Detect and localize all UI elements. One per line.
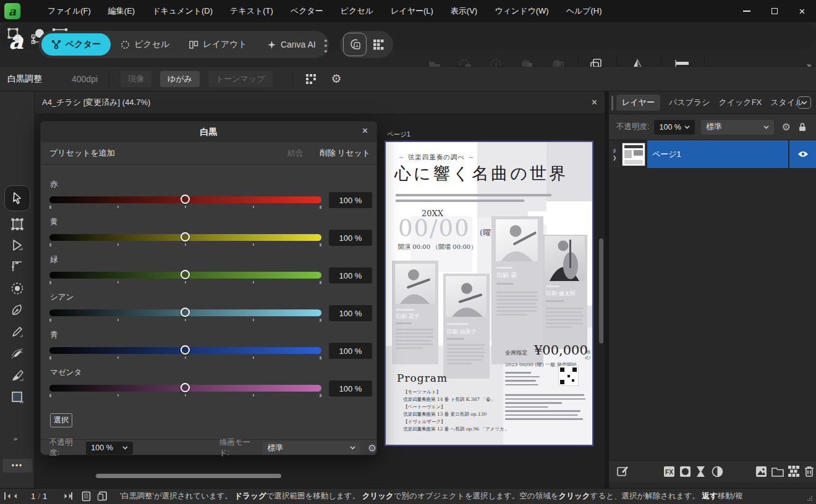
grid-apps-toggle[interactable] (367, 33, 390, 56)
document-tab-title[interactable]: A4_チラシ [変更済み] (44.7%) (42, 97, 150, 108)
next-page-icon[interactable]: ⏵ (64, 492, 67, 500)
slider-value-magenta[interactable]: 100 % (329, 380, 372, 397)
panel-splitter[interactable] (605, 91, 609, 488)
layers-gear-icon[interactable]: ⚙ (781, 121, 790, 133)
snapping-grid-icon[interactable] (304, 72, 318, 86)
menu-document[interactable]: ドキュメント(D) (145, 3, 220, 19)
menu-file[interactable]: ファイル(F) (40, 3, 98, 19)
artboard-tool[interactable] (9, 216, 26, 233)
dialog-gear-icon[interactable]: ⚙ (368, 442, 376, 454)
slider-track-magenta[interactable] (49, 385, 321, 392)
menu-view[interactable]: 表示(V) (443, 3, 485, 19)
layers-blend-dropdown[interactable]: 標準 (701, 120, 774, 135)
adjustment-halfcircle-icon[interactable] (712, 466, 723, 477)
document-tabbar[interactable]: A4_チラシ [変更済み] (44.7%) × (35, 91, 605, 114)
pencil-tool[interactable] (9, 323, 26, 340)
mask-icon[interactable] (679, 466, 691, 477)
slider-value-red[interactable]: 100 % (329, 192, 372, 208)
dialog-close-icon[interactable]: × (362, 125, 368, 136)
paint-brush-tool[interactable] (9, 367, 26, 384)
black-white-dialog[interactable]: 白黒 × プリセットを追加 結合 削除 リセット 赤 100 % 黄 100 %… (40, 121, 377, 455)
dialog-titlebar[interactable]: 白黒 × (41, 122, 376, 142)
last-page-icon[interactable]: ⏵ (69, 492, 75, 500)
point-transform-tool[interactable] (9, 280, 26, 297)
duplicate-page-icon[interactable] (97, 491, 108, 502)
pages-list-icon[interactable] (82, 491, 91, 502)
slider-value-yellow[interactable]: 100 % (329, 230, 372, 246)
layer-visibility-eye-icon[interactable] (789, 140, 816, 168)
edit-layer-icon[interactable] (616, 465, 629, 477)
layer-name-cell[interactable]: ページ1 (647, 140, 788, 168)
layer-row-gutter[interactable]: ♯❯ (609, 140, 620, 168)
menu-pixel[interactable]: ピクセル (333, 3, 381, 19)
new-group-folder-icon[interactable] (771, 466, 784, 477)
slider-track-red[interactable] (49, 196, 321, 203)
reset-button[interactable]: リセット (338, 148, 370, 159)
first-page-icon[interactable]: ⏴ (7, 492, 13, 500)
tools-more-chevrons[interactable]: » (14, 435, 17, 442)
settings-gear-icon[interactable]: ⚙ (331, 72, 342, 86)
slider-track-green[interactable] (49, 272, 321, 279)
slider-track-blue[interactable] (49, 347, 321, 354)
canvas-horizontal-scrollbar[interactable] (96, 474, 281, 478)
slider-value-blue[interactable]: 100 % (329, 343, 372, 359)
layer-thumbnail[interactable] (622, 143, 645, 166)
blend-mode-dropdown[interactable]: 標準 (263, 442, 360, 455)
menu-text[interactable]: テキスト(T) (223, 3, 281, 19)
add-preset-button[interactable]: プリセットを追加 (49, 148, 115, 159)
persona-tab-layout[interactable]: レイアウト (179, 33, 257, 56)
move-tool[interactable] (4, 185, 30, 211)
page-label[interactable]: ページ1 (387, 130, 410, 139)
persona-tab-vector[interactable]: ベクター (41, 33, 111, 56)
slider-track-cyan[interactable] (49, 309, 321, 316)
corner-tool[interactable] (9, 258, 26, 275)
persona-tab-pixel[interactable]: ピクセル (111, 33, 179, 56)
add-image-layer-icon[interactable] (755, 466, 767, 477)
panel-collapse-chevron-icon[interactable] (797, 96, 811, 109)
menu-window[interactable]: ウィンドウ(W) (487, 3, 556, 19)
slider-thumb[interactable] (181, 345, 190, 355)
layers-opacity-dropdown[interactable]: 100 % (654, 120, 695, 135)
auto-tool-toggle[interactable]: A (343, 33, 367, 56)
menu-vector[interactable]: ベクター (283, 3, 331, 19)
slider-value-green[interactable]: 100 % (329, 267, 372, 284)
pen-tool[interactable] (9, 301, 26, 319)
select-button[interactable]: 選択 (50, 413, 72, 427)
menu-layer[interactable]: レイヤー(L) (383, 3, 441, 19)
liquify-persona-button[interactable]: ゆがみ (160, 71, 200, 87)
tab-quick-fx[interactable]: クイックFX (718, 97, 762, 108)
tab-layers[interactable]: レイヤー (616, 94, 660, 111)
prev-page-icon[interactable]: ⏴ (14, 492, 18, 500)
panel-scroll-nub[interactable] (611, 96, 613, 111)
adjustment-hourglass-icon[interactable] (695, 466, 706, 477)
menu-edit[interactable]: 編集(E) (101, 3, 142, 19)
tab-path-brush[interactable]: パスブラシ (669, 97, 710, 108)
slider-thumb[interactable] (181, 232, 190, 242)
toolbar-overflow-dots[interactable]: ••• (322, 38, 329, 54)
minimize-button[interactable] (733, 0, 760, 22)
node-tool[interactable] (9, 237, 26, 254)
slider-thumb[interactable] (181, 383, 190, 392)
layers-lock-icon[interactable] (798, 122, 807, 132)
slider-value-cyan[interactable]: 100 % (329, 305, 372, 321)
layer-row[interactable]: ♯❯ ページ1 (609, 140, 816, 168)
slider-track-yellow[interactable] (49, 234, 321, 241)
persona-tab-canva-ai[interactable]: Canva AI (257, 33, 326, 56)
slider-thumb[interactable] (181, 195, 190, 204)
canvas-vertical-scrollbar[interactable] (599, 238, 603, 343)
delete-layer-trash-icon[interactable] (804, 466, 814, 477)
slider-thumb[interactable] (181, 308, 190, 317)
close-button[interactable]: × (788, 0, 816, 22)
menu-help[interactable]: ヘルプ(H) (559, 3, 610, 19)
rectangle-tool[interactable] (9, 388, 26, 406)
canvas-page[interactable]: ～ 弦楽四重奏の調べ ～ 心に響く名曲の世界 20XX 00/00 (曜) 開演… (385, 141, 593, 446)
slider-thumb[interactable] (181, 270, 190, 279)
delete-button[interactable]: 削除 (320, 148, 336, 159)
vector-brush-tool[interactable] (9, 345, 26, 362)
resize-grip[interactable] (807, 496, 812, 501)
fx-icon[interactable]: FX (663, 466, 675, 477)
tools-overflow-dots[interactable]: ••• (2, 459, 32, 472)
opacity-dropdown[interactable]: 100 % (86, 442, 132, 455)
new-pattern-layer-icon[interactable] (788, 466, 799, 477)
document-tab-close-icon[interactable]: × (592, 97, 597, 108)
